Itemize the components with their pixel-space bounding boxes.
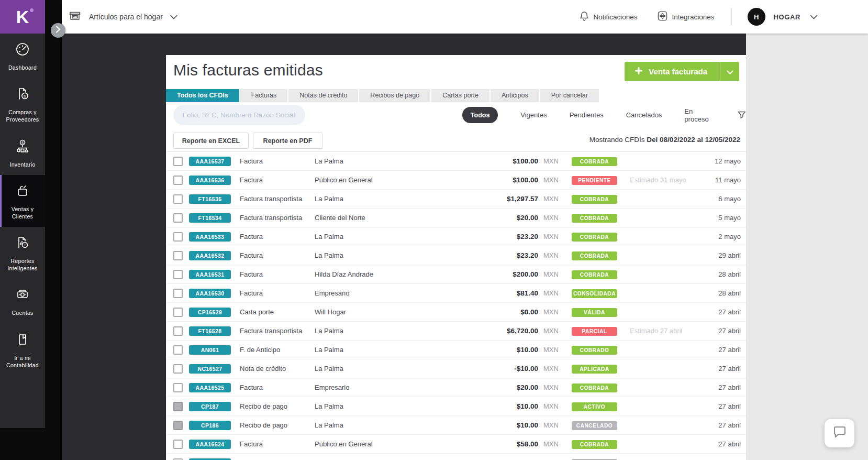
row-checkbox[interactable] xyxy=(173,383,183,392)
folio-badge[interactable]: CP187 xyxy=(189,402,231,411)
sidebar-item-ventas-clientes[interactable]: Ventas y Clientes xyxy=(0,175,45,227)
sidebar-expand-button[interactable] xyxy=(51,23,65,38)
avatar[interactable]: H xyxy=(748,8,765,26)
table-row[interactable]: FT16534Factura transportistaCliente del … xyxy=(166,209,746,227)
table-row[interactable]: AAA16523FacturaPúblico en General$5,921.… xyxy=(166,454,746,460)
folio-badge[interactable]: AAA16537 xyxy=(189,157,231,166)
tab-notas-de-credito[interactable]: Notas de crédito xyxy=(288,89,358,102)
issue-date: 27 abril xyxy=(718,454,741,460)
sidebar-item-dashboard[interactable]: Dashboard xyxy=(0,34,45,78)
folio-badge[interactable]: NC16527 xyxy=(189,364,231,374)
client-name: La Palma xyxy=(315,152,343,171)
currency: MXN xyxy=(543,284,559,303)
notifications-button[interactable]: Notificaciones xyxy=(580,11,638,23)
sidebar-item-compras-proveedores[interactable]: $ Compras y Proveedores xyxy=(0,78,45,130)
row-checkbox[interactable] xyxy=(173,364,183,374)
folio-badge[interactable]: FT16528 xyxy=(189,326,231,336)
folio-badge[interactable]: FT16535 xyxy=(189,194,231,204)
issue-date: 28 abril xyxy=(718,284,741,303)
table-row[interactable]: AAA16532FacturaLa Palma$23.20MXNCOBRADA2… xyxy=(166,246,746,265)
row-checkbox[interactable] xyxy=(173,421,183,430)
folio-badge[interactable]: AAA16525 xyxy=(189,383,231,392)
sidebar-item-contabilidad[interactable]: Ir a mi Contabilidad xyxy=(0,324,45,376)
venta-facturada-dropdown-button[interactable] xyxy=(720,62,739,81)
row-checkbox[interactable] xyxy=(173,289,183,298)
document-type: Factura xyxy=(240,246,263,265)
row-checkbox[interactable] xyxy=(173,440,183,449)
tab-anticipos[interactable]: Anticipos xyxy=(491,89,539,102)
report-excel-button[interactable]: Reporte en EXCEL xyxy=(173,133,249,149)
tab-por-cancelar[interactable]: Por cancelar xyxy=(540,89,599,102)
table-row[interactable]: AN061F. de AnticipoLa Palma$10.00MXNCOBR… xyxy=(166,341,746,359)
client-name: La Palma xyxy=(315,322,343,341)
sidebar-item-reportes-inteligentes[interactable]: i Reportes Inteligentes xyxy=(0,227,45,279)
chevron-right-icon xyxy=(55,26,61,35)
account-chevron-down-icon[interactable] xyxy=(810,12,818,21)
chevron-down-icon xyxy=(727,67,733,76)
report-pdf-button[interactable]: Reporte en PDF xyxy=(253,133,322,149)
table-row[interactable]: AAA16525FacturaEmpresario$20.00MXNCOBRAD… xyxy=(166,378,746,397)
row-checkbox[interactable] xyxy=(173,345,183,355)
search-input[interactable] xyxy=(173,111,305,119)
tab-todos-los-cfdis[interactable]: Todos los CFDIs xyxy=(166,89,239,102)
folio-badge[interactable]: AAA16533 xyxy=(189,232,231,242)
issue-date: 5 mayo xyxy=(718,209,741,227)
folio-badge[interactable]: AAA16531 xyxy=(189,270,231,279)
document-type: Factura xyxy=(240,378,263,397)
company-selector[interactable]: Artículos para el hogar xyxy=(68,0,177,34)
table-row[interactable]: AAA16536FacturaPúblico en General$100.00… xyxy=(166,171,746,190)
table-row[interactable]: CP187Recibo de pagoLa Palma$10.00MXNACTI… xyxy=(166,397,746,416)
folio-badge[interactable]: FT16534 xyxy=(189,213,231,223)
folio-badge[interactable]: CP186 xyxy=(189,421,231,430)
filter-en-proceso[interactable]: En proceso xyxy=(684,107,717,123)
tab-cartas-porte[interactable]: Cartas porte xyxy=(431,89,489,102)
folio-badge[interactable]: AN061 xyxy=(189,345,231,355)
tab-facturas[interactable]: Facturas xyxy=(240,89,288,102)
report-info-icon: i xyxy=(15,235,30,253)
table-row[interactable]: FT16528Factura transportistaLa Palma$6,7… xyxy=(166,322,746,341)
chat-fab-button[interactable] xyxy=(825,419,854,447)
row-checkbox[interactable] xyxy=(173,157,183,166)
filter-funnel-icon[interactable] xyxy=(738,111,746,119)
row-checkbox[interactable] xyxy=(173,232,183,242)
sidebar-item-inventario[interactable]: $ Inventario xyxy=(0,130,45,175)
table-row[interactable]: AAA16537FacturaLa Palma$100.00MXNCOBRADA… xyxy=(166,152,746,171)
row-checkbox[interactable] xyxy=(173,213,183,223)
filter-vigentes[interactable]: Vigentes xyxy=(520,111,547,119)
app-logo[interactable]: K xyxy=(0,0,45,34)
table-row[interactable]: NC16527Nota de créditoLa Palma-$10.00MXN… xyxy=(166,359,746,378)
issue-date: 27 abril xyxy=(718,303,741,322)
folio-badge[interactable]: AAA16532 xyxy=(189,251,231,260)
table-row[interactable]: AAA16530FacturaEmpresario$81.40MXNCONSOL… xyxy=(166,284,746,303)
pinwheel-icon xyxy=(658,11,667,23)
filter-pendientes[interactable]: Pendientes xyxy=(570,111,604,119)
status-badge: CONSOLIDADA xyxy=(572,289,617,298)
row-checkbox[interactable] xyxy=(173,326,183,336)
showing-range[interactable]: Del 08/02/2022 al 12/05/2022 xyxy=(647,136,740,144)
row-checkbox[interactable] xyxy=(173,402,183,411)
table-row[interactable]: CP186Recibo de pagoLa Palma$10.00MXNCANC… xyxy=(166,416,746,435)
venta-facturada-button[interactable]: Venta facturada xyxy=(625,62,720,81)
row-checkbox[interactable] xyxy=(173,308,183,317)
row-checkbox[interactable] xyxy=(173,270,183,279)
row-checkbox[interactable] xyxy=(173,251,183,260)
folio-badge[interactable]: AAA16530 xyxy=(189,289,231,298)
row-checkbox[interactable] xyxy=(173,176,183,185)
tab-recibos-de-pago[interactable]: Recibos de pago xyxy=(359,89,430,102)
filter-todos[interactable]: Todos xyxy=(462,107,498,123)
table-row[interactable]: CP16529Carta porteWill Hogar$0.00MXNVÁLI… xyxy=(166,303,746,322)
row-checkbox[interactable] xyxy=(173,194,183,204)
table-row[interactable]: AAA16533FacturaLa Palma$23.20MXNCOBRADA2… xyxy=(166,227,746,246)
integrations-button[interactable]: Integraciones xyxy=(658,11,715,23)
document-type: Factura xyxy=(240,265,263,284)
table-row[interactable]: FT16535Factura transportistaLa Palma$1,2… xyxy=(166,190,746,209)
folio-badge[interactable]: AAA16536 xyxy=(189,176,231,185)
table-row[interactable]: AAA16531FacturaHilda Díaz Andrade$200.00… xyxy=(166,265,746,284)
table-row[interactable]: AAA16524FacturaPúblico en General$58.00M… xyxy=(166,435,746,454)
document-dollar-icon: $ xyxy=(15,86,30,104)
currency: MXN xyxy=(543,416,559,435)
sidebar-item-cuentas[interactable]: Cuentas xyxy=(0,279,45,323)
folio-badge[interactable]: CP16529 xyxy=(189,308,231,317)
filter-cancelados[interactable]: Cancelados xyxy=(626,111,662,119)
folio-badge[interactable]: AAA16524 xyxy=(189,440,231,449)
